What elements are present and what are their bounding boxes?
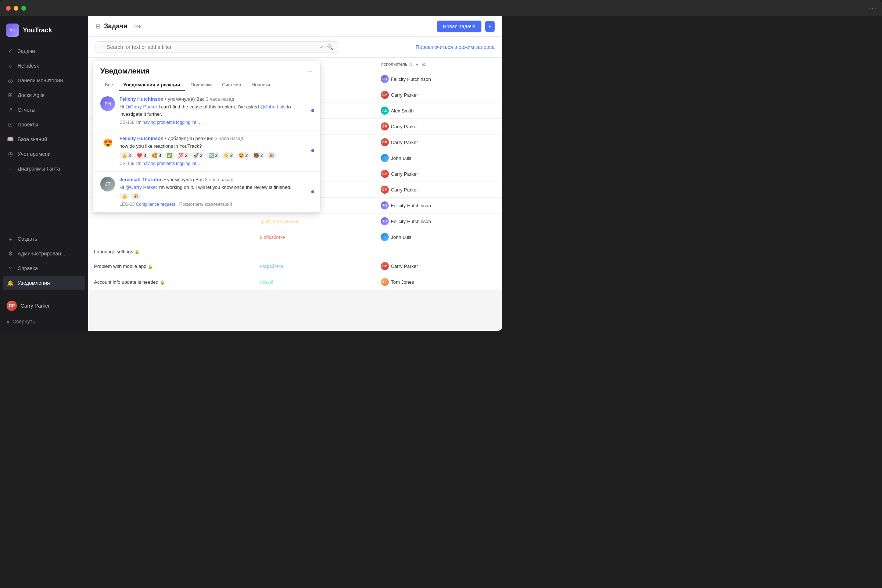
- notifications-icon: 🔔: [7, 279, 14, 286]
- link-extra: ...: [201, 120, 205, 125]
- sidebar-nav: ✓ Задачи ○ Helpdesk ◎ Панели мониторин..…: [0, 44, 88, 221]
- reaction-wave[interactable]: 👋 2: [221, 152, 235, 159]
- task-id: CS-169: [119, 120, 136, 125]
- search-icon[interactable]: 🔍: [327, 44, 333, 50]
- sidebar-item-agile[interactable]: ⊞ Доски Agile: [3, 88, 85, 102]
- table-row: Требует уточнения FH Felicity Hutchinson: [88, 213, 502, 230]
- close-button[interactable]: [6, 6, 10, 10]
- task-link[interactable]: Compliance request: [136, 202, 175, 207]
- search-bar-container: + ✓ 🔍 Переключиться в режим запроса: [88, 37, 502, 58]
- sidebar-item-reports-label: Отчеты: [18, 107, 35, 113]
- add-column-button[interactable]: +: [415, 62, 418, 67]
- help-icon: ?: [7, 265, 14, 272]
- reaction-star-eyes[interactable]: 🤩 2: [236, 152, 250, 159]
- reaction-check[interactable]: ✅: [165, 152, 175, 159]
- reports-icon: ↗: [7, 106, 14, 114]
- sidebar-item-time[interactable]: ◷ Учет времени: [3, 147, 85, 161]
- assignee-name: John Luis: [391, 156, 412, 161]
- table-row: Language settings🔒: [88, 245, 502, 258]
- sidebar-item-notifications[interactable]: 🔔 Уведомления: [3, 276, 85, 290]
- mention-carry-parker[interactable]: @Carry Parker: [125, 104, 157, 110]
- tab-notifications-reactions[interactable]: Уведомления и реакции: [119, 79, 184, 91]
- task-count: 1k+: [133, 24, 141, 29]
- assignee: JL John Luis: [381, 233, 496, 241]
- avatar: JL: [381, 154, 389, 162]
- main-content: ⊟ Задачи 1k+ Новая задача ▾ + ✓ 🔍 Перекл…: [88, 16, 502, 331]
- notification-text: Hi @Carry Parker I can't find the cause …: [119, 103, 313, 118]
- tasks-icon: ✓: [7, 47, 14, 55]
- mention-john-luis[interactable]: @John Luis: [260, 104, 285, 110]
- notifications-more-button[interactable]: ···: [307, 67, 313, 75]
- tab-subscriptions[interactable]: Подписки: [186, 79, 216, 91]
- collapse-button[interactable]: « Свернуть: [3, 315, 85, 328]
- app-name: YouTrack: [23, 27, 52, 34]
- reaction-bear[interactable]: 🐻 2: [251, 152, 265, 159]
- task-link[interactable]: I'm having problems logging int...: [136, 161, 200, 166]
- sidebar-item-projects[interactable]: ⊡ Проекты: [3, 118, 85, 132]
- notifications-tabs: Все Уведомления и реакции Подписки Систе…: [93, 75, 320, 91]
- notifications-header: Уведомления ···: [93, 61, 320, 75]
- task-name[interactable]: Language settings: [94, 249, 133, 254]
- notification-body: Felicity Hutchinson • добавил(-а) реакци…: [119, 136, 313, 166]
- tab-system[interactable]: Система: [218, 79, 246, 91]
- query-mode-link[interactable]: Переключиться в режим запроса: [416, 44, 495, 50]
- assignee-sort-button[interactable]: Исполнитель ⇅: [381, 62, 413, 67]
- assignee-name: Tom Jones: [391, 279, 414, 285]
- sidebar-item-help[interactable]: ? Справка: [3, 261, 85, 275]
- task-name[interactable]: Problem with mobile app: [94, 264, 146, 269]
- sidebar-item-reports[interactable]: ↗ Отчеты: [3, 103, 85, 117]
- notification-text: how do you like reactions in YouTrack?: [119, 142, 313, 150]
- status-badge: Требует уточнения: [260, 218, 298, 225]
- reaction-rocket[interactable]: 🚀 2: [191, 152, 205, 159]
- filter-icon[interactable]: ✓: [320, 44, 324, 50]
- sidebar-item-projects-label: Проекты: [18, 122, 38, 128]
- reaction-thumbsup[interactable]: 👍 3: [119, 152, 133, 159]
- search-input[interactable]: [106, 44, 317, 50]
- notification-body: Jeremiah Thornton • упомянул(а) Вас 3 ча…: [119, 177, 313, 207]
- new-task-dropdown-button[interactable]: ▾: [485, 21, 495, 32]
- maximize-button[interactable]: [21, 6, 26, 10]
- reaction-tada-2[interactable]: 🎉: [131, 193, 141, 200]
- search-add-filter-button[interactable]: +: [100, 44, 104, 50]
- avatar: JT: [100, 177, 115, 192]
- sidebar-item-knowledge[interactable]: 📖 База знаний: [3, 132, 85, 146]
- sidebar-toggle-icon[interactable]: ⊟: [96, 23, 100, 30]
- task-name[interactable]: Account info update is needed: [94, 279, 158, 285]
- mention-carry-parker-2[interactable]: @Carry Parker: [125, 184, 157, 190]
- sidebar-item-tasks[interactable]: ✓ Задачи: [3, 44, 85, 58]
- task-link[interactable]: I'm having problems logging int...: [136, 120, 200, 125]
- reaction-thumbsup-2[interactable]: 👍: [119, 193, 129, 200]
- tab-news[interactable]: Новости: [248, 79, 274, 91]
- notification-author-name[interactable]: Felicity Hutchinson: [119, 136, 164, 141]
- lock-icon: 🔒: [135, 249, 140, 254]
- assignee-name: John Luis: [391, 234, 412, 240]
- notification-author-name[interactable]: Jeremiah Thornton: [119, 177, 163, 182]
- status-badge: Новый: [260, 279, 273, 286]
- assignee-name: Felicity Hutchinson: [391, 76, 431, 82]
- assignee-col-actions: Исполнитель ⇅ + ⚙: [381, 62, 496, 67]
- sidebar-item-create[interactable]: + Создать: [3, 232, 85, 246]
- assignee: TJ Tom Jones: [381, 278, 496, 286]
- settings-icon[interactable]: ⚙: [422, 62, 426, 67]
- user-profile[interactable]: CP Carry Parker: [3, 298, 85, 314]
- new-task-button[interactable]: Новая задача: [437, 21, 482, 32]
- reaction-tada[interactable]: 🎉: [266, 152, 276, 159]
- sidebar-item-helpdesk[interactable]: ○ Helpdesk: [3, 59, 85, 73]
- reaction-heart[interactable]: ❤️ 3: [135, 152, 148, 159]
- sidebar-item-gantt[interactable]: ≡ Диаграммы Ганта: [3, 162, 85, 176]
- assignee: JL John Luis: [381, 154, 496, 162]
- minimize-button[interactable]: [14, 6, 18, 10]
- tab-all[interactable]: Все: [100, 79, 117, 91]
- sidebar-item-dashboards[interactable]: ◎ Панели мониторин...: [3, 74, 85, 87]
- window-chrome: ⋯: [0, 0, 502, 16]
- view-comments-link[interactable]: Посмотреть комментарий: [179, 202, 232, 207]
- notification-author-name[interactable]: Felicity Hutchinson: [119, 96, 164, 102]
- lock-icon: 🔒: [148, 264, 153, 268]
- sidebar-item-admin[interactable]: ⚙ Администрирован...: [3, 247, 85, 261]
- assignee: AS Alex Smith: [381, 106, 496, 115]
- reaction-love[interactable]: 🥰 3: [150, 152, 163, 159]
- sidebar-logo[interactable]: YT YouTrack: [0, 19, 88, 44]
- sidebar-item-dashboards-label: Панели мониторин...: [18, 78, 67, 83]
- reaction-ok[interactable]: 🆗 2: [206, 152, 220, 159]
- reaction-hundred[interactable]: 💯 2: [176, 152, 190, 159]
